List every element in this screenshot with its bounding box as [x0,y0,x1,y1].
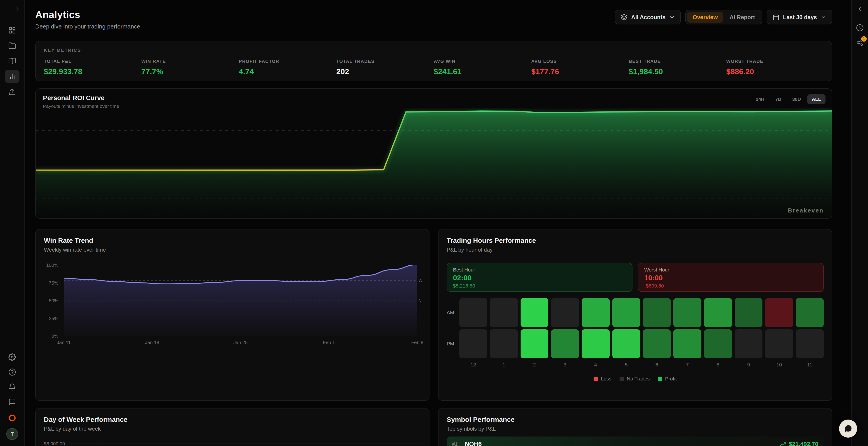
heatmap-cell-pm-12[interactable] [459,329,487,358]
sidebar-item-analytics[interactable] [5,70,20,83]
worst-hour-label: Worst Hour [644,267,817,273]
legend-item-no-trades: No Trades [620,376,650,382]
sidebar-item-playbook[interactable] [5,54,20,68]
heatmap-cell-pm-5[interactable] [612,329,640,358]
win-rate-ytick: 25% [49,316,58,321]
worst-hour-card: Worst Hour 10:00 -$609.80 [638,263,824,292]
view-tabs: OverviewAI Report [685,10,762,24]
hour-label: 7 [673,362,701,368]
symbol-name: NQH6 [465,441,482,446]
heatmap-legend: LossNo TradesProfit [447,376,824,382]
heatmap-cell-pm-4[interactable] [582,329,610,358]
heatmap-cell-am-12[interactable] [459,298,487,327]
collapse-sidebar-icon[interactable] [4,5,12,13]
roi-range-all[interactable]: ALL [807,94,826,104]
layers-icon [621,14,627,21]
hour-label: 11 [796,362,824,368]
heatmap-cell-am-7[interactable] [673,298,701,327]
tab-ai-report[interactable]: AI Report [724,12,761,23]
page-header: Analytics Deep dive into your trading pe… [35,9,832,30]
symbol-pnl: $21,492.70 [780,441,818,446]
sidebar-item-feedback[interactable] [5,395,20,409]
heatmap-cell-pm-10[interactable] [765,329,793,358]
win-rate-xaxis: Jan 11Jan 18Jan 25Feb 1Feb 8 [64,340,417,346]
dow-ytick-label: $8,000.00 [44,441,65,446]
breakeven-label: Breakeven [788,207,824,214]
heatmap-cell-pm-9[interactable] [735,329,763,358]
page-title: Analytics [35,9,140,20]
day-of-week-panel: Day of Week Performance P&L by day of th… [35,408,430,446]
connections-icon[interactable]: 1 [856,39,864,46]
win-rate-xtick: Feb 1 [323,340,335,345]
upload-icon [8,88,16,96]
win-rate-xtick: Feb 8 [411,340,423,345]
symbol-performance-panel: Symbol Performance Top symbols by P&L #1… [438,408,832,446]
tab-overview[interactable]: Overview [687,12,723,23]
heatmap-cell-am-3[interactable] [551,298,579,327]
heatmap-cell-am-5[interactable] [612,298,640,327]
sidebar-item-dashboard[interactable] [5,24,20,37]
win-rate-svg [64,265,417,336]
metric-label: WIN RATE [141,59,239,64]
heatmap-cell-am-11[interactable] [796,298,824,327]
heatmap-row-am: AM [447,298,824,327]
chat-fab[interactable] [839,419,857,438]
best-hour-label: Best Hour [453,267,626,273]
metric-value: $241.61 [434,67,531,76]
win-rate-right-label: 5 [419,298,421,303]
trend-up-icon [780,441,786,446]
date-range-selector[interactable]: Last 30 days [767,10,832,24]
sidebar-item-help[interactable] [5,365,20,379]
heatmap-row-label: PM [447,341,459,347]
gear-icon [8,353,16,361]
heatmap-cell-pm-3[interactable] [551,329,579,358]
legend-item-profit: Profit [658,376,677,382]
heatmap-cell-am-2[interactable] [521,298,548,327]
heatmap-cell-pm-8[interactable] [704,329,732,358]
heatmap-cell-am-8[interactable] [704,298,732,327]
win-rate-ytick: 100% [46,262,58,268]
win-rate-ytick: 75% [49,280,58,286]
sidebar-item-notifications[interactable] [5,380,20,394]
heatmap-cell-pm-1[interactable] [490,329,518,358]
win-rate-ytick: 0% [52,333,58,339]
sidebar-item-journal[interactable] [5,39,20,53]
roi-range-7d[interactable]: 7D [771,94,786,104]
expand-sidebar-icon[interactable] [14,5,21,13]
legend-label: Profit [665,376,677,382]
heatmap-cell-am-10[interactable] [765,298,793,327]
account-selector[interactable]: All Accounts [615,10,681,24]
metric-value: 202 [336,67,434,76]
heatmap-cell-pm-7[interactable] [673,329,701,358]
heatmap-cell-am-9[interactable] [735,298,763,327]
metric-total-p-l: TOTAL P&L$29,933.78 [44,59,141,76]
avatar[interactable]: T [6,428,18,440]
collapse-panel-icon[interactable] [857,5,863,12]
heatmap-cell-pm-2[interactable] [521,329,548,358]
metric-label: AVG LOSS [531,59,629,64]
sidebar-item-settings[interactable] [5,350,20,364]
main-content: Analytics Deep dive into your trading pe… [25,0,851,446]
heatmap-cell-am-4[interactable] [582,298,610,327]
hour-label: 6 [643,362,671,368]
win-rate-yaxis: 100%75%50%25%0% [44,265,60,336]
hour-label: 9 [735,362,763,368]
day-of-week-chart: $8,000.00 [44,439,421,446]
clock-icon[interactable] [856,24,864,32]
hour-label: 2 [521,362,548,368]
legend-swatch [658,377,662,381]
left-sidebar: T [0,0,25,446]
roi-range-24h[interactable]: 24H [751,94,769,104]
heatmap-cell-am-6[interactable] [643,298,671,327]
heatmap-cell-pm-6[interactable] [643,329,671,358]
sidebar-item-share[interactable] [5,85,20,99]
heatmap-cell-am-1[interactable] [490,298,518,327]
roi-range-30d[interactable]: 30D [788,94,806,104]
heatmap-cell-pm-11[interactable] [796,329,824,358]
account-selector-label: All Accounts [631,14,665,21]
legend-swatch [620,377,624,381]
key-metrics-panel: KEY METRICS TOTAL P&L$29,933.78WIN RATE7… [35,41,832,81]
symbol-row-nqh6[interactable]: #1NQH6$21,492.70 [447,437,824,446]
metric-worst-trade: WORST TRADE$886.20 [726,59,824,76]
calendar-icon [773,14,779,21]
